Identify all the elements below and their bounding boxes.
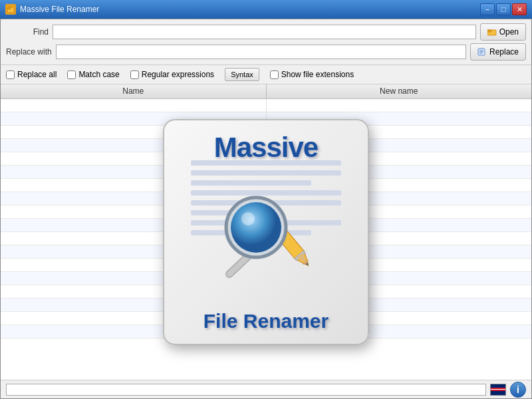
close-button[interactable]: ✕ — [512, 3, 527, 15]
folder-open-icon — [487, 28, 497, 36]
splash-card: Massive — [163, 119, 369, 345]
cell-newname — [267, 99, 532, 112]
svg-point-19 — [231, 202, 281, 253]
splash-title-bottom: File Renamer — [203, 309, 329, 333]
app-icon — [5, 4, 16, 15]
find-row: Find Open — [6, 23, 526, 41]
replace-row: Replace with Replace — [6, 43, 526, 61]
minimize-button[interactable]: − — [480, 3, 495, 15]
match-case-checkbox[interactable]: Match case — [67, 70, 119, 79]
replace-input[interactable] — [56, 45, 466, 59]
splash-overlay: Massive — [163, 119, 369, 345]
checkboxes-row: Replace all Match case Regular expressio… — [1, 65, 531, 84]
language-flag[interactable] — [490, 384, 506, 396]
replace-all-input[interactable] — [6, 70, 15, 79]
info-button[interactable]: i — [510, 382, 526, 398]
app-title: Massive File Renamer — [20, 5, 480, 14]
svg-rect-1 — [7, 7, 11, 9]
show-extensions-input[interactable] — [270, 70, 279, 79]
table-row[interactable] — [1, 99, 531, 112]
splash-title-top: Massive — [214, 134, 318, 162]
replace-button[interactable]: Replace — [470, 43, 526, 61]
cell-name — [1, 99, 267, 112]
replace-all-checkbox[interactable]: Replace all — [6, 70, 57, 79]
file-table: Name New name — [1, 84, 531, 380]
regular-expressions-checkbox[interactable]: Regular expressions — [130, 70, 214, 79]
splash-svg — [193, 176, 339, 282]
window-controls: − □ ✕ — [480, 3, 527, 15]
match-case-input[interactable] — [67, 70, 76, 79]
replace-with-label: Replace with — [6, 47, 56, 57]
syntax-button[interactable]: Syntax — [225, 68, 259, 81]
col-name-header: Name — [1, 84, 267, 98]
regular-expressions-input[interactable] — [130, 70, 139, 79]
show-file-extensions-checkbox[interactable]: Show file extensions — [270, 70, 354, 79]
restore-button[interactable]: □ — [496, 3, 511, 15]
svg-point-20 — [241, 212, 255, 225]
replace-icon — [477, 48, 487, 56]
table-header: Name New name — [1, 84, 531, 99]
statusbar: i — [1, 380, 531, 398]
titlebar: Massive File Renamer − □ ✕ — [0, 0, 532, 19]
status-text — [6, 384, 486, 396]
svg-rect-3 — [487, 30, 491, 32]
main-window: Find Open Replace with Replace — [0, 19, 532, 399]
find-label: Find — [6, 27, 53, 37]
toolbar: Find Open Replace with Replace — [1, 19, 531, 65]
col-newname-header: New name — [267, 84, 532, 98]
splash-icons — [164, 160, 368, 297]
open-button[interactable]: Open — [480, 23, 526, 41]
find-input[interactable] — [53, 25, 476, 39]
